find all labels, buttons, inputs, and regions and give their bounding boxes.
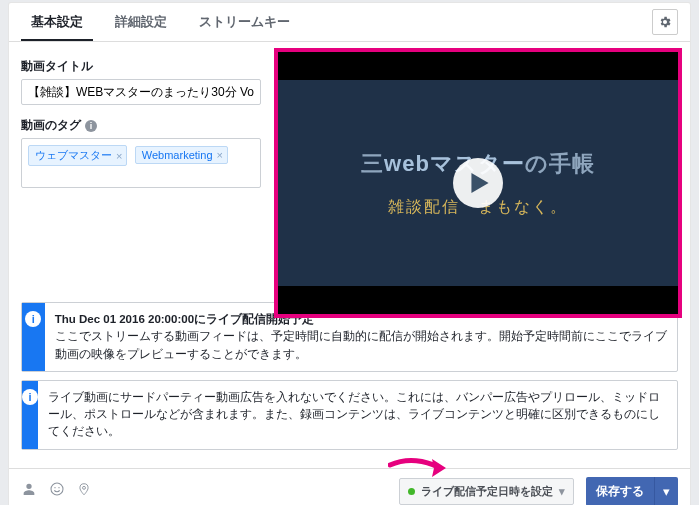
save-dropdown-button[interactable]: ▾	[654, 477, 678, 506]
emoji-icon[interactable]	[49, 481, 65, 501]
info-icon: i	[22, 389, 38, 405]
svg-point-1	[54, 487, 55, 488]
footer-bar: ライブ配信予定日時を設定 ▾ 保存する ▾	[9, 468, 690, 506]
info-icon[interactable]: i	[85, 120, 97, 132]
status-dot-icon	[408, 488, 415, 495]
notice-body: ここでストリームする動画フィードは、予定時間に自動的に配信が開始されます。開始予…	[55, 330, 667, 359]
tag-pill: ウェブマスター×	[28, 145, 127, 166]
video-title-input[interactable]	[21, 79, 261, 105]
gear-icon	[658, 15, 672, 29]
tag-pill: Webmarketing×	[135, 146, 228, 164]
svg-point-0	[51, 483, 63, 495]
tab-streamkey[interactable]: ストリームキー	[189, 3, 300, 41]
svg-point-3	[83, 486, 86, 489]
tabs-bar: 基本設定 詳細設定 ストリームキー	[9, 3, 690, 42]
video-tags-input[interactable]: ウェブマスター× Webmarketing×	[21, 138, 261, 188]
notice-icon-strip: i	[22, 381, 38, 449]
tab-advanced[interactable]: 詳細設定	[105, 3, 177, 41]
tag-remove-icon[interactable]: ×	[217, 149, 223, 161]
schedule-button[interactable]: ライブ配信予定日時を設定 ▾	[399, 478, 574, 505]
notice-icon-strip: i	[22, 303, 45, 371]
notice-body: ライブ動画にサードパーティー動画広告を入れないでください。これには、バンパー広告…	[48, 391, 660, 438]
save-button[interactable]: 保存する	[586, 477, 654, 506]
play-button[interactable]	[453, 158, 503, 208]
video-preview: 三webマスターの手帳 雑談配信 まもなく。	[274, 48, 682, 318]
live-settings-modal: 基本設定 詳細設定 ストリームキー 動画タイトル 動画のタグ i ウェブマスター…	[8, 2, 691, 505]
notices: i Thu Dec 01 2016 20:00:00にライブ配信開始予定 ここで…	[9, 302, 690, 468]
tag-remove-icon[interactable]: ×	[116, 150, 122, 162]
tab-basic[interactable]: 基本設定	[21, 3, 93, 41]
save-button-group: 保存する ▾	[586, 477, 678, 506]
settings-body: 動画タイトル 動画のタグ i ウェブマスター× Webmarketing× 三w…	[9, 42, 690, 302]
settings-gear-button[interactable]	[652, 9, 678, 35]
play-icon	[471, 173, 489, 193]
tag-person-icon[interactable]	[21, 481, 37, 501]
svg-point-2	[58, 487, 59, 488]
ads-notice: i ライブ動画にサードパーティー動画広告を入れないでください。これには、バンパー…	[21, 380, 678, 450]
info-icon: i	[25, 311, 41, 327]
dropdown-caret-icon: ▾	[559, 485, 565, 498]
location-icon[interactable]	[77, 480, 91, 502]
